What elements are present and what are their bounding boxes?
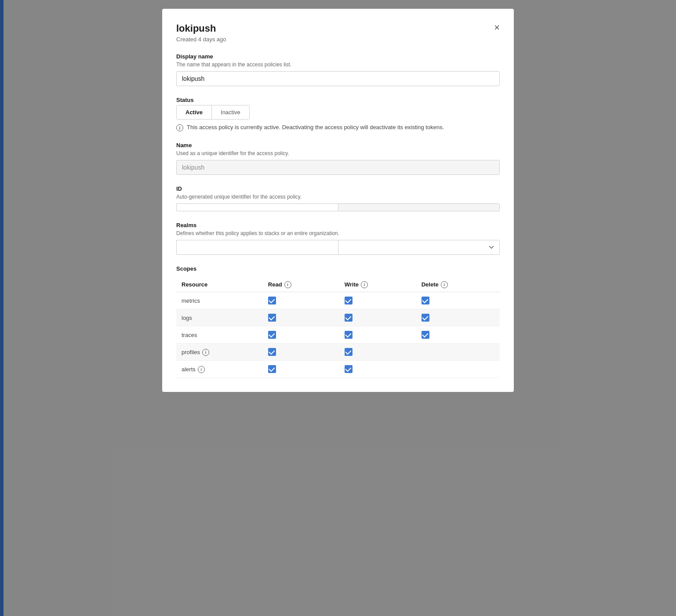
table-row: profilesi <box>176 344 500 361</box>
table-row: metrics <box>176 292 500 309</box>
realms-description: Defines whether this policy applies to s… <box>176 230 500 236</box>
resource-name: profiles <box>182 349 200 355</box>
modal-subtitle: Created 4 days ago <box>176 36 500 43</box>
table-row: traces <box>176 326 500 344</box>
checkbox-checked[interactable] <box>345 331 353 339</box>
delete-info-icon: i <box>441 281 448 288</box>
scope-read-cell[interactable] <box>263 326 339 344</box>
name-input <box>176 160 500 175</box>
write-info-icon: i <box>361 281 368 288</box>
status-label: Status <box>176 97 500 103</box>
id-label: ID <box>176 185 500 192</box>
read-info-icon: i <box>284 281 291 288</box>
table-row: logs <box>176 309 500 326</box>
scope-write-cell[interactable] <box>339 326 416 344</box>
scope-delete-cell[interactable] <box>416 326 500 344</box>
scope-delete-cell[interactable] <box>416 361 500 378</box>
modal-title: lokipush <box>176 23 216 34</box>
name-field-group: Name Used as a unique identifier for the… <box>176 142 500 175</box>
scope-delete-cell[interactable] <box>416 309 500 326</box>
col-write: Write i <box>339 277 416 292</box>
scope-read-cell[interactable] <box>263 344 339 361</box>
checkbox-checked[interactable] <box>268 348 276 356</box>
scope-write-cell[interactable] <box>339 292 416 309</box>
scopes-section: Scopes Resource Read i Write <box>176 265 500 378</box>
scope-resource-cell: profilesi <box>176 344 263 361</box>
display-name-input[interactable] <box>176 71 500 86</box>
status-toggle: Active Inactive <box>176 105 250 120</box>
checkbox-checked[interactable] <box>345 314 353 322</box>
checkbox-checked[interactable] <box>345 365 353 373</box>
id-description: Auto-generated unique identifier for the… <box>176 194 500 200</box>
table-row: alertsi <box>176 361 500 378</box>
realms-field-group: Realms Defines whether this policy appli… <box>176 222 500 255</box>
scope-resource-cell: metrics <box>176 292 263 309</box>
close-button[interactable]: × <box>494 23 500 33</box>
checkbox-checked[interactable] <box>268 365 276 373</box>
scope-resource-cell: alertsi <box>176 361 263 378</box>
scope-read-cell[interactable] <box>263 309 339 326</box>
realms-row <box>176 240 500 255</box>
realms-label: Realms <box>176 222 500 228</box>
display-name-field-group: Display name The name that appears in th… <box>176 53 500 86</box>
modal-overlay: lokipush × Created 4 days ago Display na… <box>0 0 676 616</box>
scopes-table: Resource Read i Write i <box>176 277 500 378</box>
col-delete: Delete i <box>416 277 500 292</box>
checkbox-checked[interactable] <box>422 314 429 322</box>
id-field-group: ID Auto-generated unique identifier for … <box>176 185 500 211</box>
status-active-button[interactable]: Active <box>177 105 212 119</box>
checkbox-checked[interactable] <box>345 348 353 356</box>
realms-left-field <box>176 240 338 255</box>
resource-info-icon: i <box>202 349 209 356</box>
col-read: Read i <box>263 277 339 292</box>
info-icon: i <box>176 124 183 131</box>
name-description: Used as a unique identifier for the acce… <box>176 150 500 156</box>
display-name-description: The name that appears in the access poli… <box>176 62 500 68</box>
resource-name: alerts <box>182 366 196 373</box>
scope-write-cell[interactable] <box>339 344 416 361</box>
checkbox-checked[interactable] <box>268 331 276 339</box>
scope-resource-cell: logs <box>176 309 263 326</box>
scope-write-cell[interactable] <box>339 361 416 378</box>
status-info-text: This access policy is currently active. … <box>187 124 444 130</box>
scope-write-cell[interactable] <box>339 309 416 326</box>
status-field-group: Status Active Inactive i This access pol… <box>176 97 500 131</box>
realms-select[interactable] <box>338 240 500 255</box>
checkbox-checked[interactable] <box>268 314 276 322</box>
checkbox-checked[interactable] <box>345 297 353 304</box>
checkbox-checked[interactable] <box>422 331 429 339</box>
scopes-table-header-row: Resource Read i Write i <box>176 277 500 292</box>
col-resource: Resource <box>176 277 263 292</box>
resource-info-icon: i <box>198 366 205 373</box>
status-info-message: i This access policy is currently active… <box>176 124 500 131</box>
id-field-row <box>176 203 500 211</box>
modal-dialog: lokipush × Created 4 days ago Display na… <box>162 9 514 392</box>
name-label: Name <box>176 142 500 149</box>
modal-header: lokipush × <box>176 23 500 34</box>
status-inactive-button[interactable]: Inactive <box>212 105 249 119</box>
checkbox-checked[interactable] <box>268 297 276 304</box>
scope-resource-cell: traces <box>176 326 263 344</box>
id-field-right <box>338 203 500 211</box>
scope-read-cell[interactable] <box>263 292 339 309</box>
scope-delete-cell[interactable] <box>416 292 500 309</box>
scope-delete-cell[interactable] <box>416 344 500 361</box>
id-field-left <box>176 203 338 211</box>
display-name-label: Display name <box>176 53 500 60</box>
scopes-title: Scopes <box>176 265 500 272</box>
checkbox-checked[interactable] <box>422 297 429 304</box>
scope-read-cell[interactable] <box>263 361 339 378</box>
